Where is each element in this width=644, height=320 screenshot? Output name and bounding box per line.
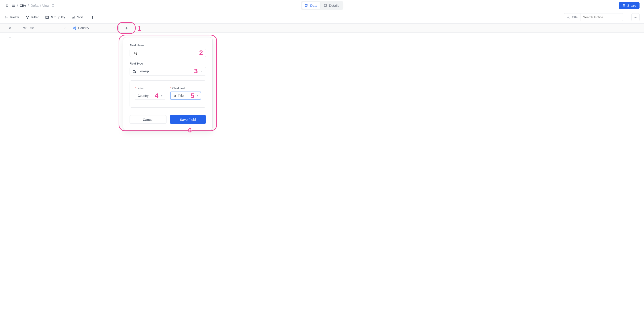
share-label: Share: [627, 4, 636, 8]
svg-rect-3: [307, 6, 308, 7]
svg-rect-12: [623, 5, 625, 7]
svg-point-33: [75, 29, 76, 29]
annotation-6: 6: [188, 126, 192, 134]
field-type-value: Lookup: [138, 69, 149, 73]
chevron-down-icon: [112, 27, 115, 29]
field-type-select[interactable]: Lookup 3: [130, 67, 206, 76]
svg-point-4: [324, 4, 325, 5]
column-header-index[interactable]: #: [0, 24, 20, 33]
column-header-country[interactable]: Country: [69, 24, 118, 33]
share-button[interactable]: Share: [619, 2, 640, 9]
more-menu-button[interactable]: [632, 13, 640, 21]
svg-line-34: [74, 27, 75, 28]
search-field-label: Title: [572, 16, 578, 19]
group-icon: [45, 15, 49, 19]
top-left-group: / City / Default View: [4, 3, 55, 8]
tab-details[interactable]: Details: [321, 2, 342, 9]
save-label: Save Field: [180, 118, 196, 121]
breadcrumb: / City / Default View: [12, 4, 55, 8]
annotation-4: 4: [154, 92, 158, 99]
index-label: #: [9, 26, 11, 30]
list-icon: [4, 15, 8, 19]
svg-rect-20: [46, 16, 48, 17]
chevron-down-icon: ▾: [197, 94, 198, 97]
annotation-3: 3: [194, 67, 198, 75]
lookup-icon: [132, 69, 136, 73]
tab-details-label: Details: [329, 4, 339, 8]
search-icon: [566, 16, 570, 19]
double-chevron-right-icon: [5, 4, 9, 8]
breadcrumb-sep: /: [17, 4, 18, 8]
annotation-5: 5: [191, 92, 194, 99]
search-group: Title: [564, 13, 623, 21]
column-header-title[interactable]: TT Title: [20, 24, 69, 33]
svg-rect-24: [74, 16, 74, 18]
cancel-label: Cancel: [143, 118, 153, 121]
top-right-group: Share: [619, 2, 640, 9]
svg-marker-19: [26, 16, 29, 19]
field-name-input[interactable]: [130, 49, 206, 57]
new-field-popover: Field Name 2 Field Type Lookup 3 *Links …: [123, 37, 212, 130]
field-type-label: Field Type: [130, 62, 206, 65]
refresh-icon: [52, 4, 54, 7]
fields-label: Fields: [10, 15, 19, 19]
link-type-icon: [72, 26, 76, 30]
cancel-button[interactable]: Cancel: [130, 115, 166, 124]
chevron-down-icon: [63, 27, 66, 29]
top-bar: / City / Default View Data Details Share: [0, 0, 644, 11]
search-field-select[interactable]: Title: [564, 13, 580, 21]
filter-label: Filter: [31, 15, 39, 19]
svg-rect-22: [72, 18, 72, 18]
svg-point-5: [326, 4, 327, 5]
chevron-down-icon: ▾: [161, 94, 162, 97]
add-row-button[interactable]: [0, 33, 20, 42]
svg-point-30: [636, 17, 637, 18]
links-value: Country: [138, 94, 148, 97]
svg-point-29: [635, 17, 636, 18]
svg-point-6: [324, 6, 325, 7]
svg-point-7: [326, 6, 327, 7]
add-column-button[interactable]: [118, 24, 134, 33]
filter-button[interactable]: Filter: [26, 15, 39, 19]
column-country-label: Country: [78, 26, 89, 30]
grid-icon: [305, 4, 308, 8]
row-height-icon: [90, 15, 94, 19]
search-input[interactable]: [580, 13, 623, 21]
breadcrumb-table[interactable]: City: [20, 4, 26, 8]
svg-point-32: [75, 27, 76, 28]
svg-rect-2: [306, 6, 306, 7]
links-select[interactable]: Country ▾ 4: [135, 92, 165, 100]
lock-icon: [622, 4, 626, 7]
text-type-icon: TT: [173, 94, 176, 97]
groupby-label: Group By: [51, 15, 65, 19]
expand-sidebar-button[interactable]: [4, 3, 10, 8]
links-label: *Links: [135, 86, 165, 90]
toolbar: Fields Filter Group By Sort Title: [0, 11, 644, 23]
save-field-button[interactable]: Save Field: [170, 115, 206, 124]
plus-icon: [8, 36, 12, 39]
grid-header: # TT Title Country: [0, 23, 644, 33]
child-field-label: *Child field: [170, 86, 201, 90]
svg-point-26: [567, 16, 569, 18]
row-height-button[interactable]: [90, 15, 94, 19]
groupby-button[interactable]: Group By: [45, 15, 65, 19]
svg-rect-1: [307, 4, 308, 5]
lookup-config-box: *Links Country ▾ 4 *Child field TT Title…: [130, 80, 206, 108]
reload-button[interactable]: [51, 4, 55, 8]
svg-point-31: [73, 28, 74, 29]
sort-button[interactable]: Sort: [72, 15, 84, 19]
dots-icon: [634, 17, 637, 18]
svg-line-35: [74, 28, 75, 29]
sort-label: Sort: [77, 15, 84, 19]
svg-rect-0: [306, 4, 306, 5]
svg-rect-23: [73, 17, 74, 18]
child-field-select[interactable]: TT Title ▾ 5: [170, 92, 201, 100]
tab-data-label: Data: [310, 4, 317, 8]
funnel-icon: [26, 15, 30, 19]
svg-rect-40: [133, 70, 135, 72]
tab-data[interactable]: Data: [302, 2, 321, 9]
breadcrumb-view[interactable]: Default View: [31, 4, 50, 8]
fields-button[interactable]: Fields: [4, 15, 19, 19]
svg-line-42: [136, 72, 136, 73]
table-color-icon: [12, 4, 15, 8]
